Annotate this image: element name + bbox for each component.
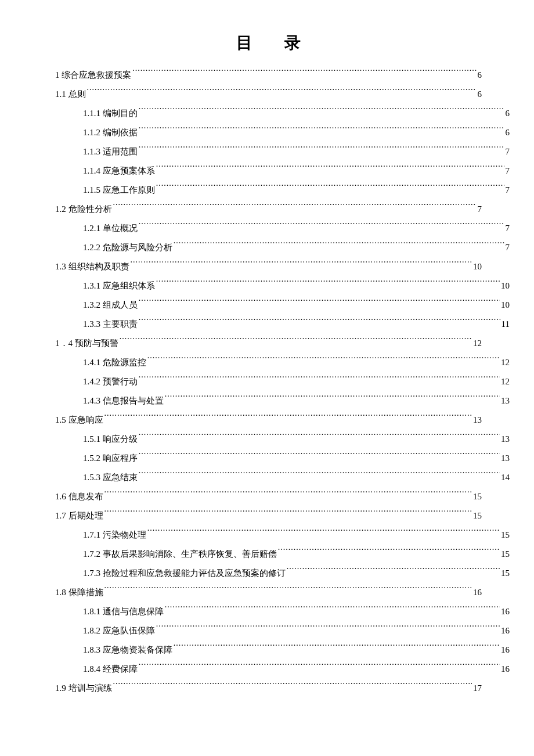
toc-entry-page: 6 (478, 85, 482, 104)
toc-entry: 1.7.2 事故后果影响消除、生产秩序恢复、善后赔偿15 (55, 545, 510, 564)
toc-entry-page: 10 (501, 296, 510, 315)
toc-leader-dots (139, 318, 500, 327)
toc-leader-dots (113, 682, 472, 691)
toc-entry-label: 1.1 总则 (55, 85, 86, 104)
toc-entry: 1.1.5 应急工作原则7 (55, 181, 510, 200)
toc-entry: 1.7 后期处理15 (55, 506, 482, 525)
toc-entry-label: 1.8.2 应急队伍保障 (83, 621, 155, 640)
toc-entry-label: 1.1.4 应急预案体系 (83, 161, 155, 181)
toc-leader-dots (278, 548, 500, 557)
toc-leader-dots (174, 644, 500, 653)
toc-entry-page: 12 (501, 372, 510, 391)
toc-entry-label: 1.5.3 应急结束 (83, 468, 138, 487)
toc-leader-dots (104, 491, 472, 499)
toc-entry-page: 15 (501, 525, 510, 545)
toc-entry: 1.1.2 编制依据6 (55, 123, 510, 142)
toc-entry-label: 1.5 应急响应 (55, 411, 103, 430)
toc-entry-page: 7 (506, 238, 510, 257)
toc-leader-dots (120, 337, 472, 346)
toc-leader-dots (156, 280, 500, 289)
toc-entry-label: 1.1.1 编制目的 (83, 104, 138, 123)
toc-entry: 1.9 培训与演练17 (55, 679, 482, 698)
toc-entry: 1.1.4 应急预案体系7 (55, 161, 510, 181)
toc-entry-page: 6 (478, 66, 482, 85)
toc-entry-page: 7 (506, 219, 510, 238)
toc-entry: 1.4.2 预警行动12 (55, 372, 510, 391)
toc-leader-dots (165, 395, 500, 404)
toc-entry-page: 13 (473, 411, 482, 430)
toc-entry-page: 10 (473, 257, 482, 276)
toc-entry: 1．4 预防与预警12 (55, 334, 482, 353)
toc-entry-page: 17 (473, 679, 482, 698)
toc-leader-dots (139, 452, 500, 461)
toc-leader-dots (131, 261, 472, 269)
toc-leader-dots (139, 376, 500, 384)
toc-entry: 1.3.2 组成人员10 (55, 296, 510, 315)
toc-entry-page: 13 (501, 430, 510, 449)
toc-entry: 1 综合应急救援预案6 (55, 66, 482, 85)
toc-entry: 1.3 组织结构及职责10 (55, 257, 482, 276)
toc-entry-page: 16 (501, 660, 510, 679)
toc-entry: 1.7.3 抢险过程和应急救援能力评估及应急预案的修订15 (55, 564, 510, 583)
toc-entry: 1.1.1 编制目的6 (55, 104, 510, 123)
toc-leader-dots (113, 203, 477, 212)
toc-entry-label: 1.7.2 事故后果影响消除、生产秩序恢复、善后赔偿 (83, 545, 277, 564)
document-page: 目 录 1 综合应急救援预案61.1 总则61.1.1 编制目的61.1.2 编… (0, 0, 534, 733)
toc-entry-label: 1.8.3 应急物资装备保障 (83, 640, 172, 660)
toc-entry-label: 1.2 危险性分析 (55, 200, 112, 219)
toc-leader-dots (156, 625, 500, 633)
toc-entry: 1.4.3 信息报告与处置13 (55, 391, 510, 411)
toc-leader-dots (139, 127, 504, 135)
toc-leader-dots (165, 606, 500, 614)
toc-entry: 1.2 危险性分析7 (55, 200, 482, 219)
toc-entry-page: 6 (506, 104, 510, 123)
toc-entry-label: 1.7.3 抢险过程和应急救援能力评估及应急预案的修订 (83, 564, 286, 583)
toc-entry-page: 16 (501, 640, 510, 660)
toc-leader-dots (156, 165, 504, 174)
toc-entry-label: 1.2.1 单位概况 (83, 219, 138, 238)
toc-entry-label: 1.4.3 信息报告与处置 (83, 391, 164, 411)
toc-entry-label: 1.4.1 危险源监控 (83, 353, 146, 372)
toc-entry: 1.2.1 单位概况7 (55, 219, 510, 238)
toc-entry: 1.3.3 主要职责11 (55, 315, 510, 334)
toc-entry-page: 15 (473, 487, 482, 506)
toc-entry-label: 1.7.1 污染物处理 (83, 525, 146, 545)
toc-leader-dots (139, 471, 500, 480)
toc-entry: 1.5 应急响应13 (55, 411, 482, 430)
toc-entry: 1.8.4 经费保障16 (55, 660, 510, 679)
toc-entry-label: 1.8.1 通信与信息保障 (83, 602, 164, 621)
toc-entry: 1.8.1 通信与信息保障16 (55, 602, 510, 621)
toc-entry-page: 15 (473, 506, 482, 525)
toc-entry-page: 12 (501, 353, 510, 372)
toc-entry: 1.8.3 应急物资装备保障16 (55, 640, 510, 660)
toc-leader-dots (156, 184, 504, 193)
toc-entry-page: 6 (506, 123, 510, 142)
toc-leader-dots (132, 69, 476, 78)
toc-entry-page: 12 (473, 334, 482, 353)
toc-entry-page: 13 (501, 449, 510, 468)
toc-entry-label: 1 综合应急救援预案 (55, 66, 131, 85)
toc-entry-page: 14 (501, 468, 510, 487)
toc-leader-dots (139, 299, 500, 308)
toc-leader-dots (147, 357, 500, 365)
toc-leader-dots (104, 414, 472, 423)
toc-entry-label: 1.7 后期处理 (55, 506, 103, 525)
toc-entry-page: 16 (501, 621, 510, 640)
toc-leader-dots (139, 222, 504, 231)
toc-entry: 1.8.2 应急队伍保障16 (55, 621, 510, 640)
toc-entry-page: 10 (501, 276, 510, 296)
toc-entry-page: 7 (506, 161, 510, 181)
toc-entry: 1.5.1 响应分级13 (55, 430, 510, 449)
toc-entry: 1.8 保障措施16 (55, 583, 482, 602)
toc-entry-label: 1.1.3 适用范围 (83, 142, 138, 161)
toc-leader-dots (139, 663, 500, 672)
toc-entry-label: 1.9 培训与演练 (55, 679, 112, 698)
toc-entry-page: 15 (501, 545, 510, 564)
toc-entry-label: 1.2.2 危险源与风险分析 (83, 238, 172, 257)
toc-entry-page: 7 (478, 200, 482, 219)
toc-entry-label: 1.5.1 响应分级 (83, 430, 138, 449)
toc-entry-label: 1.8.4 经费保障 (83, 660, 138, 679)
toc-entry-page: 16 (501, 602, 510, 621)
toc-leader-dots (139, 433, 500, 442)
toc-entry: 1.5.2 响应程序13 (55, 449, 510, 468)
